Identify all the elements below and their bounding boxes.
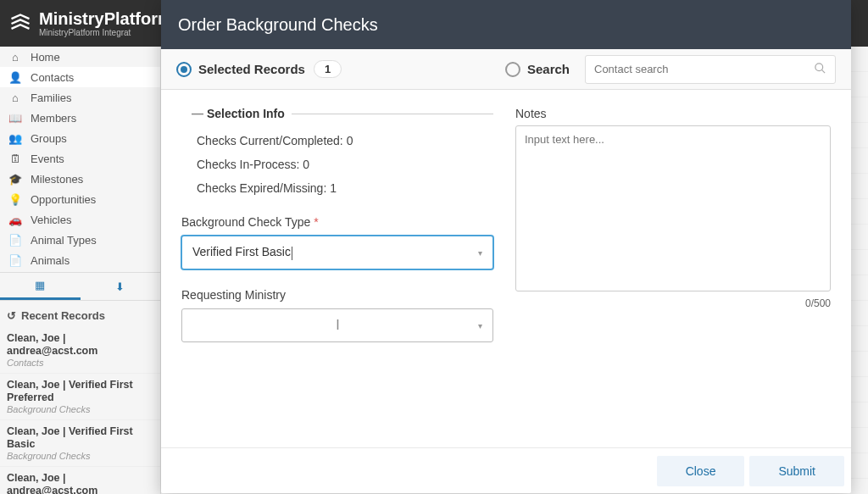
grid-icon: ▦ xyxy=(35,279,45,291)
grid-view-tab[interactable]: ▦ xyxy=(0,273,81,300)
modal-footer: Close Submit xyxy=(161,447,851,493)
sidebar-item-vehicles[interactable]: 🚗Vehicles xyxy=(0,209,160,230)
selection-info-fieldset: —Selection Info Checks Current/Completed… xyxy=(181,107,493,200)
sidebar-item-animals[interactable]: 📄Animals xyxy=(0,250,160,270)
brand-logo[interactable]: MinistryPlatform MinistryPlatform Integr… xyxy=(8,10,173,37)
recent-record-item[interactable]: Clean, Joe | Verified First Preferred Ba… xyxy=(0,374,160,420)
brand-subtitle: MinistryPlatform Integrat xyxy=(39,29,173,37)
sidebar-item-label: Contacts xyxy=(31,71,74,84)
recent-item-title: Clean, Joe | andrea@acst.com xyxy=(7,332,153,358)
notes-textarea[interactable] xyxy=(515,125,831,291)
home-icon: ⌂ xyxy=(8,92,22,104)
requesting-ministry-label: Requesting Ministry xyxy=(181,288,493,302)
nav-list: ⌂Home 👤Contacts ⌂Families 📖Members 👥Grou… xyxy=(0,47,160,270)
selected-records-label: Selected Records xyxy=(198,62,305,76)
search-radio-label: Search xyxy=(527,62,570,76)
file-icon: 📄 xyxy=(8,234,22,247)
modal-body: —Selection Info Checks Current/Completed… xyxy=(161,90,851,447)
recent-item-sub: Contacts xyxy=(7,358,153,368)
sidebar-item-label: Groups xyxy=(31,132,67,145)
submit-button[interactable]: Submit xyxy=(749,456,844,486)
contact-search-box[interactable] xyxy=(585,55,836,84)
sidebar-item-label: Milestones xyxy=(31,173,83,186)
sidebar-item-events[interactable]: 🗓Events xyxy=(0,148,160,169)
graduation-icon: 🎓 xyxy=(8,173,22,186)
sidebar-item-groups[interactable]: 👥Groups xyxy=(0,128,160,148)
recent-record-item[interactable]: Clean, Joe | andrea@acst.com Contacts xyxy=(0,467,160,494)
sidebar-item-families[interactable]: ⌂Families xyxy=(0,87,160,108)
book-icon: 📖 xyxy=(8,112,22,125)
selected-records-radio[interactable]: Selected Records xyxy=(176,62,305,77)
selected-count-badge: 1 xyxy=(314,60,342,78)
lightbulb-icon: 💡 xyxy=(8,193,22,206)
recent-item-title: Clean, Joe | andrea@acst.com xyxy=(7,472,153,494)
sidebar-item-label: Home xyxy=(31,51,60,64)
requesting-ministry-field: Requesting Ministry I ▾ xyxy=(181,288,493,342)
calendar-icon: 🗓 xyxy=(8,153,22,165)
text-cursor-icon: I xyxy=(337,318,338,333)
tree-icon: ⬇ xyxy=(115,280,125,293)
recent-item-sub: Background Checks xyxy=(7,451,153,461)
svg-point-0 xyxy=(815,63,823,70)
selection-info-legend: —Selection Info xyxy=(181,107,292,120)
requesting-ministry-dropdown[interactable]: I ▾ xyxy=(181,308,493,342)
sidebar-item-label: Families xyxy=(31,92,71,104)
brand-text: MinistryPlatform MinistryPlatform Integr… xyxy=(39,10,173,37)
radio-checked-icon xyxy=(176,62,192,77)
tree-view-tab[interactable]: ⬇ xyxy=(81,273,161,300)
sidebar-item-opportunities[interactable]: 💡Opportunities xyxy=(0,189,160,209)
contact-search-input[interactable] xyxy=(594,63,814,75)
recent-item-title: Clean, Joe | Verified First Basic xyxy=(7,425,153,451)
sidebar-item-label: Opportunities xyxy=(31,193,96,206)
checks-in-process: Checks In-Process: 0 xyxy=(181,153,493,176)
selection-info-title: Selection Info xyxy=(207,107,285,120)
checks-expired-missing: Checks Expired/Missing: 1 xyxy=(181,176,493,200)
recent-records-header: ↺ Recent Records xyxy=(0,301,160,327)
history-icon: ↺ xyxy=(7,309,16,322)
recent-record-item[interactable]: Clean, Joe | Verified First Basic Backgr… xyxy=(0,420,160,467)
checks-current-completed: Checks Current/Completed: 0 xyxy=(181,129,493,153)
sidebar-view-tabs: ▦ ⬇ xyxy=(0,272,160,301)
svg-line-1 xyxy=(821,69,825,73)
sidebar-item-label: Vehicles xyxy=(31,214,71,226)
recent-records-title: Recent Records xyxy=(21,309,105,322)
notes-label: Notes xyxy=(515,107,831,120)
file-icon: 📄 xyxy=(8,254,22,267)
sidebar-item-members[interactable]: 📖Members xyxy=(0,108,160,128)
collapse-icon[interactable]: — xyxy=(192,107,202,120)
chevron-down-icon: ▾ xyxy=(478,321,482,330)
search-icon[interactable] xyxy=(814,62,826,77)
required-asterisk: * xyxy=(314,215,318,229)
background-check-type-label: Background Check Type * xyxy=(181,215,493,229)
sidebar-item-label: Events xyxy=(31,153,64,165)
sidebar-item-home[interactable]: ⌂Home xyxy=(0,47,160,67)
close-button[interactable]: Close xyxy=(657,456,745,486)
modal-header: Order Background Checks xyxy=(161,0,851,49)
background-grid-peek xyxy=(851,47,868,494)
sidebar-item-animal-types[interactable]: 📄Animal Types xyxy=(0,230,160,250)
notes-char-count: 0/500 xyxy=(515,297,831,309)
sidebar-item-label: Members xyxy=(31,112,76,125)
recent-record-item[interactable]: Clean, Joe | andrea@acst.com Contacts xyxy=(0,327,160,374)
car-icon: 🚗 xyxy=(8,214,22,226)
chevron-down-icon: ▾ xyxy=(478,248,482,258)
modal-mode-toggle: Selected Records 1 Search xyxy=(161,49,851,90)
modal-right-column: Notes 0/500 xyxy=(515,107,831,447)
brand-title: MinistryPlatform xyxy=(39,10,173,27)
sidebar-item-contacts[interactable]: 👤Contacts xyxy=(0,67,160,87)
person-icon: 👤 xyxy=(8,71,22,84)
modal-title: Order Background Checks xyxy=(178,15,378,35)
home-icon: ⌂ xyxy=(8,51,22,64)
background-check-type-field: Background Check Type * Verified First B… xyxy=(181,215,493,269)
recent-item-title: Clean, Joe | Verified First Preferred xyxy=(7,379,153,404)
search-radio[interactable]: Search xyxy=(505,62,570,77)
sidebar-item-label: Animal Types xyxy=(31,234,97,247)
background-check-type-value: Verified First Basic xyxy=(192,245,478,259)
background-check-type-dropdown[interactable]: Verified First Basic ▾ xyxy=(181,236,493,269)
sidebar-item-milestones[interactable]: 🎓Milestones xyxy=(0,169,160,189)
radio-unchecked-icon xyxy=(505,62,520,77)
sidebar: ⌂Home 👤Contacts ⌂Families 📖Members 👥Grou… xyxy=(0,47,161,494)
people-icon: 👥 xyxy=(8,132,22,145)
ministry-logo-icon xyxy=(8,12,32,36)
recent-item-sub: Background Checks xyxy=(7,404,153,414)
